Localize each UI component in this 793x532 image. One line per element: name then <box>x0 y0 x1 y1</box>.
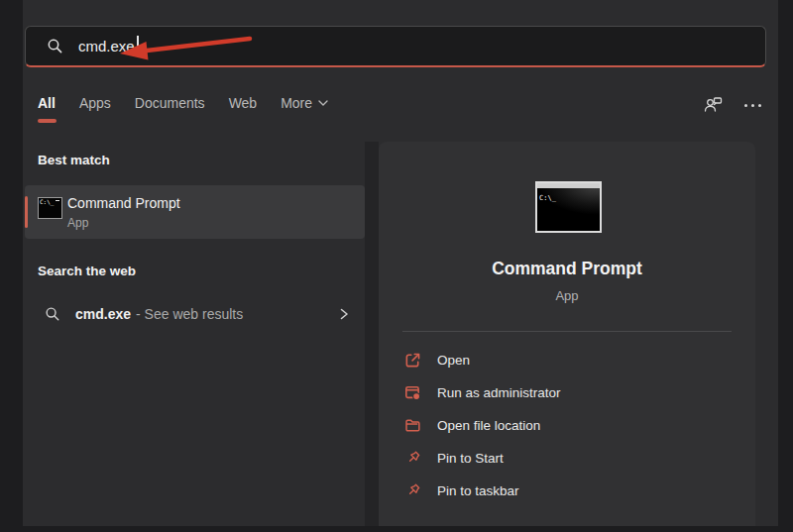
action-label: Pin to taskbar <box>437 483 519 498</box>
action-pin-to-start[interactable]: Pin to Start <box>379 442 755 475</box>
action-run-as-administrator[interactable]: Run as administrator <box>379 376 755 409</box>
pin-icon <box>404 450 421 467</box>
preview-subtitle: App <box>379 288 755 303</box>
search-input[interactable]: cmd.exe <box>25 26 766 67</box>
best-match-heading: Best match <box>38 153 110 167</box>
chevron-right-icon <box>337 307 351 321</box>
ellipsis-icon[interactable] <box>742 100 763 111</box>
web-search-heading: Search the web <box>38 264 136 278</box>
tab-all[interactable]: All <box>38 95 56 111</box>
tab-documents[interactable]: Documents <box>135 95 205 111</box>
chevron-down-icon <box>318 98 328 108</box>
column-gap <box>365 142 379 526</box>
open-external-icon <box>404 352 421 369</box>
action-label: Open <box>437 353 470 368</box>
action-label: Open file location <box>437 418 540 433</box>
action-pin-to-taskbar[interactable]: Pin to taskbar <box>379 475 755 507</box>
web-search-result[interactable]: cmd.exe - See web results <box>25 294 365 334</box>
action-list: Open Run as administrator Open fi <box>379 344 755 507</box>
web-suffix-text: - See web results <box>136 306 243 322</box>
action-open-file-location[interactable]: Open file location <box>379 409 755 442</box>
pin-icon <box>404 482 421 499</box>
cmd-icon-body: C:\_ <box>537 188 600 231</box>
best-match-result[interactable]: C:\_ Command Prompt App <box>25 185 365 239</box>
search-icon <box>45 306 60 322</box>
search-query-text: cmd.exe <box>78 38 135 54</box>
action-label: Pin to Start <box>437 451 504 466</box>
header-icons <box>703 94 763 116</box>
selected-tab-underline <box>38 119 57 123</box>
divider <box>402 331 732 332</box>
cmd-glyph: C:\_ <box>539 194 556 202</box>
command-prompt-icon: C:\_ <box>535 181 602 233</box>
result-title: Command Prompt <box>67 195 180 211</box>
action-open[interactable]: Open <box>379 344 755 376</box>
cmd-glyph: C:\_ <box>40 198 54 205</box>
selection-accent-bar <box>25 196 28 228</box>
search-icon <box>47 38 63 54</box>
search-filter-tabs: All Apps Documents Web More <box>38 95 328 111</box>
admin-window-icon <box>404 384 421 401</box>
preview-panel: C:\_ Command Prompt App Open <box>379 142 755 526</box>
tab-more-label: More <box>281 95 312 111</box>
tab-web[interactable]: Web <box>229 95 258 111</box>
web-query-text: cmd.exe <box>75 306 131 322</box>
search-flyout: cmd.exe All Apps Documents Web More <box>0 0 793 532</box>
result-subtitle: App <box>67 216 88 230</box>
cmd-titlebar-dash <box>56 200 59 201</box>
tab-apps[interactable]: Apps <box>79 95 111 111</box>
tab-more[interactable]: More <box>281 95 328 111</box>
search-window: cmd.exe All Apps Documents Web More <box>23 0 778 526</box>
command-prompt-icon: C:\_ <box>38 197 62 219</box>
folder-icon <box>404 417 421 434</box>
preview-title: Command Prompt <box>379 259 755 279</box>
account-icon[interactable] <box>703 94 725 116</box>
action-label: Run as administrator <box>437 385 561 400</box>
text-cursor <box>137 36 139 56</box>
